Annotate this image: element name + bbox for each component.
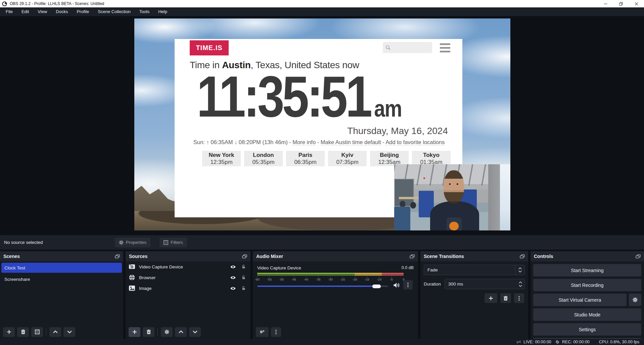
webcam-alarm-light <box>423 177 425 179</box>
webcam-window <box>500 164 510 230</box>
scenes-toolbar <box>0 325 123 339</box>
world-clock-cell: London05:35pm <box>244 151 283 166</box>
remove-scene-button[interactable] <box>17 327 29 337</box>
source-item[interactable]: Browser <box>126 272 250 283</box>
popout-icon[interactable] <box>410 254 415 259</box>
duration-label: Duration <box>424 282 445 287</box>
settings-button[interactable]: Settings <box>533 323 641 336</box>
source-selection-bar: No source selected Properties Filters <box>0 235 644 250</box>
sources-dock-header[interactable]: Sources <box>126 251 250 261</box>
add-transition-button[interactable] <box>485 293 497 303</box>
world-clock-cell: New York12:35pm <box>202 151 241 166</box>
webcam-presenter-head <box>444 170 464 204</box>
current-time: 11:35:51 <box>197 71 370 122</box>
chevron-down-icon <box>193 330 197 334</box>
menu-docks[interactable]: Docks <box>51 7 72 16</box>
visibility-eye-icon[interactable] <box>230 265 236 269</box>
source-item[interactable]: Image <box>126 283 250 294</box>
gear-icon <box>119 240 124 245</box>
move-source-up-button[interactable] <box>175 327 187 337</box>
transitions-header[interactable]: Scene Transitions <box>420 251 528 261</box>
menu-scene-collection[interactable]: Scene Collection <box>93 7 135 16</box>
menu-edit[interactable]: Edit <box>17 7 33 16</box>
scene-filters-button[interactable] <box>31 327 43 337</box>
visibility-eye-icon[interactable] <box>230 286 236 291</box>
remove-source-button[interactable] <box>143 327 154 337</box>
kebab-icon <box>517 296 521 301</box>
transition-select[interactable]: Fade <box>424 265 525 275</box>
trash-icon <box>503 296 508 301</box>
image-icon <box>129 286 135 291</box>
transition-menu-button[interactable] <box>514 293 524 303</box>
start-virtual-camera-button[interactable]: Start Virtual Camera <box>533 294 627 306</box>
menu-view[interactable]: View <box>33 7 51 16</box>
add-scene-button[interactable] <box>3 327 15 337</box>
properties-button[interactable]: Properties <box>115 238 151 247</box>
gear-icon <box>165 330 169 334</box>
volume-slider[interactable] <box>257 284 388 289</box>
restore-button[interactable] <box>613 0 629 7</box>
menu-file[interactable]: File <box>1 7 17 16</box>
meter-scale: -60 -55 -50 -45 -40 -35 -30 -25 -20 -15 … <box>257 276 404 281</box>
virtual-camera-config-button[interactable] <box>629 294 641 306</box>
menu-help[interactable]: Help <box>154 7 172 16</box>
lock-icon[interactable] <box>241 264 246 269</box>
audio-level-meter <box>257 273 404 276</box>
slider-track-filled <box>257 286 378 287</box>
current-date: Thursday, May 16, 2024 <box>347 126 448 136</box>
minimize-button[interactable] <box>598 0 613 7</box>
popout-icon[interactable] <box>242 254 247 259</box>
menu-tools[interactable]: Tools <box>135 7 154 16</box>
mixer-channel-menu-button[interactable] <box>403 280 413 290</box>
controls-header[interactable]: Controls <box>531 251 644 261</box>
source-properties-button[interactable] <box>161 327 173 337</box>
chevron-up-icon <box>53 330 58 334</box>
title-bar: OBS 29.1.2 - Profile: LLHLS BETA - Scene… <box>0 0 644 7</box>
duration-spinbox[interactable]: 300 ms <box>445 279 525 289</box>
speaker-icon[interactable] <box>393 282 400 288</box>
lock-icon[interactable] <box>241 286 246 291</box>
audio-mixer-header[interactable]: Audio Mixer <box>253 251 418 261</box>
scene-item[interactable]: Screenshare <box>1 274 122 284</box>
audio-mixer-dock: Audio Mixer Video Capture Device 0.0 dB … <box>253 251 418 339</box>
mixer-menu-button[interactable] <box>271 327 281 337</box>
scenes-list: Clock Test Screenshare <box>0 261 123 325</box>
webcam-shirt-graphic <box>449 222 459 230</box>
move-source-down-button[interactable] <box>189 327 201 337</box>
start-streaming-button[interactable]: Start Streaming <box>533 264 641 276</box>
popout-icon[interactable] <box>636 254 641 259</box>
timeis-logo: TIME.IS <box>190 40 229 55</box>
filters-button[interactable]: Filters <box>159 238 187 247</box>
window-title: OBS 29.1.2 - Profile: LLHLS BETA - Scene… <box>10 1 104 6</box>
scenes-dock: Scenes Clock Test Screenshare <box>0 251 123 339</box>
advanced-audio-button[interactable] <box>256 327 269 337</box>
trash-icon <box>146 330 151 334</box>
move-scene-down-button[interactable] <box>63 327 75 337</box>
lock-icon[interactable] <box>241 275 246 280</box>
world-clock-cell: Kyiv07:35pm <box>328 151 367 166</box>
menu-profile[interactable]: Profile <box>72 7 93 16</box>
visibility-eye-icon[interactable] <box>230 275 236 280</box>
move-scene-up-button[interactable] <box>49 327 61 337</box>
obs-window: OBS 29.1.2 - Profile: LLHLS BETA - Scene… <box>0 0 644 345</box>
make-default-link: Make Austin time default <box>321 139 381 145</box>
popout-icon[interactable] <box>115 254 120 259</box>
studio-mode-button[interactable]: Studio Mode <box>533 308 641 321</box>
more-info-link: More info <box>292 139 316 145</box>
scene-item[interactable]: Clock Test <box>1 263 122 273</box>
volume-slider-handle[interactable] <box>372 285 381 288</box>
combo-arrows[interactable] <box>515 265 524 275</box>
add-source-button[interactable] <box>129 327 140 337</box>
obs-logo-icon <box>2 1 7 6</box>
scenes-dock-header[interactable]: Scenes <box>0 251 123 261</box>
source-item[interactable]: Video Capture Device <box>126 261 250 272</box>
popout-icon[interactable] <box>520 254 525 259</box>
chevron-up-icon <box>518 267 522 269</box>
preview-canvas[interactable]: TIME.IS Time in Austin, Texas, United St… <box>134 18 510 230</box>
remove-transition-button[interactable] <box>500 293 511 303</box>
spin-arrows[interactable] <box>516 282 524 287</box>
mixer-channel-name: Video Capture Device <box>257 265 301 270</box>
start-recording-button[interactable]: Start Recording <box>533 279 641 291</box>
close-button[interactable] <box>629 0 644 7</box>
status-bar: LIVE: 00:00:00 REC: 00:00:00 CPU: 0.6%, … <box>0 339 644 345</box>
